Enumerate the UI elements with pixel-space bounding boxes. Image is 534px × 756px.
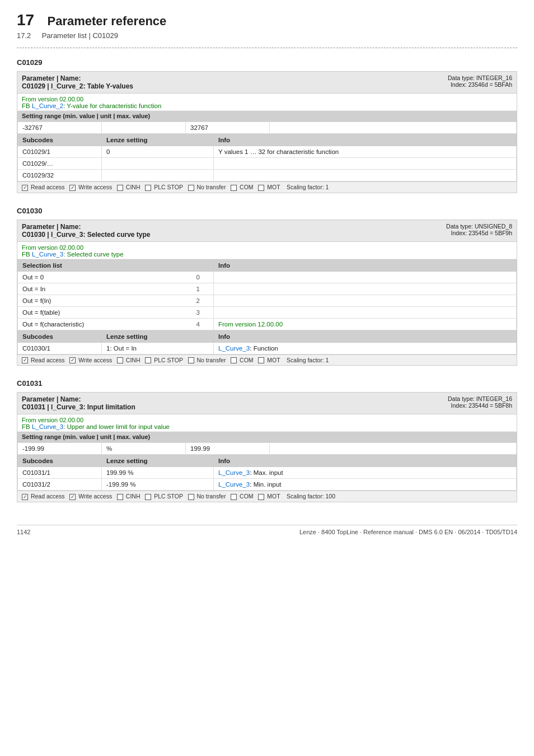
setting-range-table-c01031: -199.99 % 199.99: [17, 442, 517, 455]
info-link[interactable]: L_Curve_3: [218, 345, 250, 352]
param-header-c01030: Parameter | Name: C01030 | l_Curve_3: Se…: [17, 220, 517, 242]
section-c01031: C01031: [17, 379, 517, 388]
header-divider: [17, 48, 517, 48]
table-row: 1 Out = In: [18, 283, 517, 295]
min-val-c01029: -32767: [18, 122, 102, 134]
table-header-row: Subcodes Lenze setting Info: [18, 330, 517, 342]
write-access-cb: [69, 357, 76, 363]
cinh-cb: [117, 494, 123, 500]
footer-c01031: Read access Write access CINH PLC STOP N…: [17, 491, 517, 502]
param-label: Parameter | Name:: [22, 74, 81, 82]
no-transfer-cb: [188, 494, 194, 500]
plc-stop-cb: [145, 185, 151, 191]
info: [214, 158, 517, 170]
lenze-setting: -199.99 %: [102, 479, 214, 491]
write-access-cb: [69, 494, 76, 500]
table-header-row: Subcodes Lenze setting Info: [18, 455, 517, 467]
chapter-number: 17: [17, 11, 34, 29]
info: [214, 271, 517, 283]
info: [214, 295, 517, 306]
max-val-c01029: 32767: [186, 122, 270, 134]
subcode: C01031/2: [18, 479, 102, 491]
page-number: 1142: [17, 529, 30, 535]
table-row: C01031/2 -199.99 % L_Curve_3: Min. input: [18, 479, 517, 491]
subcode: C01031/1: [18, 467, 102, 479]
mot-cb: [258, 185, 264, 191]
table-row: C01029/1 0 Y values 1 … 32 for character…: [18, 146, 517, 158]
info: [214, 170, 517, 181]
param-id-name: C01030 | l_Curve_3: Selected curve type: [22, 231, 150, 239]
table-row: C01029/…: [18, 158, 517, 170]
subcodes-table-c01030: Subcodes Lenze setting Info C01030/1 1: …: [17, 330, 517, 354]
table-row: -32767 32767: [18, 122, 517, 134]
lenze-setting: [102, 158, 214, 170]
read-access-cb: [22, 357, 28, 363]
plc-stop-cb: [145, 494, 151, 500]
mot-cb: [258, 357, 264, 363]
param-block-c01029: Parameter | Name: C01029 | l_Curve_2: Ta…: [17, 71, 517, 193]
table-row: 0 Out = 0: [18, 271, 517, 283]
table-header-row: Subcodes Lenze setting Info: [18, 134, 517, 146]
fb-link-c01029[interactable]: L_Curve_2: [32, 102, 63, 109]
subcodes-table-c01031: Subcodes Lenze setting Info C01031/1 199…: [17, 455, 517, 491]
lenze-setting: [102, 170, 214, 181]
info-link[interactable]: L_Curve_3: [218, 481, 250, 488]
section-c01030: C01030: [17, 207, 517, 215]
read-access-cb: [22, 494, 28, 500]
param-header-c01031: Parameter | Name: C01031 | l_Curve_3: In…: [17, 393, 517, 414]
setting-range-header-c01029: Setting range (min. value | unit | max. …: [17, 111, 517, 122]
section-c01029-label: C01029: [17, 58, 517, 67]
from-version-c01029: From version 02.00.00 FB L_Curve_2: Y-va…: [17, 94, 517, 111]
param-block-c01030: Parameter | Name: C01030 | l_Curve_3: Se…: [17, 220, 517, 366]
unit-c01031: %: [102, 443, 186, 455]
info: Y values 1 … 32 for characteristic funct…: [214, 146, 517, 158]
info-link[interactable]: L_Curve_3: [218, 469, 250, 476]
section-c01029: C01029: [17, 58, 517, 67]
subcode: C01029/32: [18, 170, 102, 181]
plc-stop-cb: [145, 357, 151, 363]
subcodes-table-c01029: Subcodes Lenze setting Info C01029/1 0 Y…: [17, 134, 517, 181]
param-id-name: C01031 | l_Curve_3: Input limitation: [22, 403, 135, 411]
write-access-cb: [69, 185, 76, 191]
setting-range-header-c01031: Setting range (min. value | unit | max. …: [17, 432, 517, 442]
data-type-c01029: Data type: INTEGER_16: [448, 74, 512, 81]
fb-link-c01030[interactable]: L_Curve_3: [32, 251, 63, 258]
param-id-name: C01029 | l_Curve_2: Table Y-values: [22, 82, 133, 90]
table-row: C01031/1 199.99 % L_Curve_3: Max. input: [18, 467, 517, 479]
min-val-c01031: -199.99: [18, 443, 102, 455]
subcode: C01030/1: [18, 342, 102, 354]
footer-text: Lenze · 8400 TopLine · Reference manual …: [299, 529, 517, 535]
index-c01029: Index: 23546d = 5BFAh: [448, 81, 512, 88]
read-access-cb: [22, 185, 28, 191]
info: [214, 283, 517, 295]
footer-c01030: Read access Write access CINH PLC STOP N…: [17, 354, 517, 366]
table-row: C01030/1 1: Out = In L_Curve_3: Function: [18, 342, 517, 354]
unit-c01029: [102, 122, 186, 134]
subcode: C01029/…: [18, 158, 102, 170]
table-row: -199.99 % 199.99: [18, 443, 517, 455]
subcode: C01029/1: [18, 146, 102, 158]
from-version-c01030: From version 02.00.00 FB L_Curve_3: Sele…: [17, 242, 517, 259]
section-number: 17.2: [17, 31, 31, 40]
info: [214, 306, 517, 318]
info: L_Curve_3: Min. input: [214, 479, 517, 491]
page-footer: 1142 Lenze · 8400 TopLine · Reference ma…: [17, 525, 517, 535]
com-cb: [231, 185, 237, 191]
param-block-c01031: Parameter | Name: C01031 | l_Curve_3: In…: [17, 392, 517, 502]
cinh-cb: [117, 357, 123, 363]
data-type-c01030: Data type: UNSIGNED_8: [446, 223, 512, 230]
info: L_Curve_3: Max. input: [214, 467, 517, 479]
mot-cb: [258, 494, 264, 500]
selection-table-c01030: Selection list Info 0 Out = 0 1 Out = In…: [17, 259, 517, 330]
from-version-c01031: From version 02.00.00 FB L_Curve_3: Uppe…: [17, 414, 517, 432]
lenze-setting: 1: Out = In: [102, 342, 214, 354]
no-transfer-cb: [188, 185, 194, 191]
lenze-setting: 0: [102, 146, 214, 158]
max-val-c01031: 199.99: [186, 443, 270, 455]
section-c01030-label: C01030: [17, 207, 517, 215]
info: From version 12.00.00: [214, 318, 517, 330]
fb-link-c01031[interactable]: L_Curve_3: [32, 423, 63, 430]
page-header: 17 Parameter reference 17.2 Parameter li…: [17, 11, 517, 40]
table-row: 3 Out = f(table): [18, 306, 517, 318]
table-header-row: Selection list Info: [18, 259, 517, 271]
